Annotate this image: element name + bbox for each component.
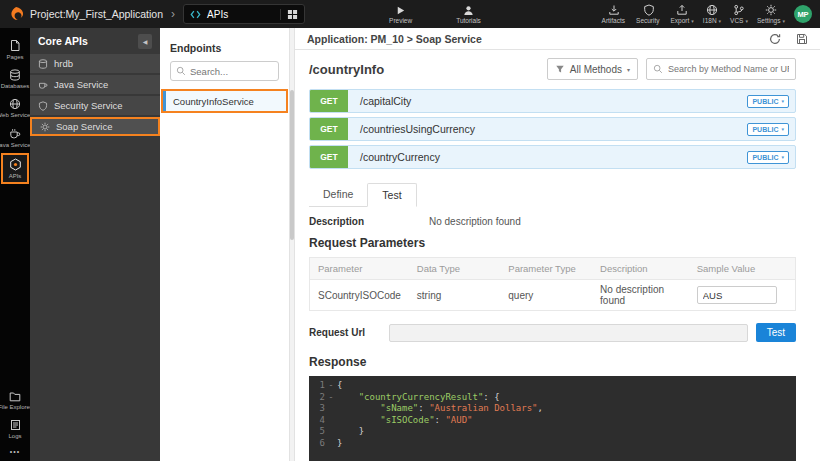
endpoints-search-input[interactable] [190, 66, 273, 77]
column-header: Parameter [310, 258, 409, 280]
endpoint-row[interactable]: GET /capitalCity PUBLIC▾ [309, 89, 796, 113]
line-number: 3 [309, 403, 325, 415]
tab-test[interactable]: Test [367, 183, 416, 207]
fold-marker[interactable] [325, 438, 337, 450]
caret-down-icon: ▾ [781, 98, 784, 104]
sidebar-item-databases[interactable]: Databases [0, 65, 30, 93]
collapse-panel-button[interactable]: ◀ [138, 34, 152, 49]
code-line: 2 - "countryCurrencyResult": { [309, 392, 796, 404]
line-number: 5 [309, 426, 325, 438]
artifacts-button[interactable]: Artifacts [602, 4, 627, 24]
panel-splitter[interactable] [289, 28, 295, 461]
endpoints-search [170, 61, 279, 81]
methods-filter-dropdown[interactable]: All Methods ▾ [547, 58, 638, 80]
method-search-input[interactable] [668, 64, 789, 74]
security-button[interactable]: Security [636, 4, 661, 24]
table-row: SCountryISOCode string query No descript… [310, 280, 796, 311]
fold-marker[interactable]: - [325, 392, 337, 404]
project-title: Project:My_First_Application [30, 8, 163, 20]
endpoints-title: Endpoints [160, 42, 289, 61]
person-icon [463, 5, 474, 16]
method-badge[interactable]: GET [310, 146, 348, 168]
access-badge[interactable]: PUBLIC▾ [747, 95, 789, 108]
cell-description: No description found [592, 280, 689, 311]
sample-value-input[interactable] [697, 286, 777, 304]
fold-marker[interactable] [325, 415, 337, 427]
sidebar-item-apis[interactable]: APIs [1, 153, 29, 184]
refresh-icon[interactable] [769, 33, 781, 45]
more-menu-icon[interactable]: ••• [10, 444, 20, 461]
wavemaker-studio: Project:My_First_Application › APIs Prev… [0, 0, 820, 461]
scrollbar-thumb[interactable] [290, 90, 294, 240]
core-api-item-label: hrdb [54, 58, 73, 69]
code-line: 3 "sName": "Australian Dollars", [309, 403, 796, 415]
caret-down-icon: ▾ [781, 126, 784, 132]
endpoint-row[interactable]: GET /countryCurrency PUBLIC▾ [309, 145, 796, 169]
access-label: PUBLIC [752, 126, 778, 133]
i18n-button[interactable]: I18N▾ [703, 4, 721, 24]
settings-button[interactable]: Settings▾ [757, 4, 785, 24]
response-title: Response [309, 355, 796, 369]
vcs-button[interactable]: VCS▾ [730, 4, 748, 24]
core-api-item-security-service[interactable]: Security Service [30, 96, 160, 115]
sidebar-item-file-explorer[interactable]: File Explorer [0, 387, 30, 414]
export-label: Export [671, 17, 690, 24]
test-button[interactable]: Test [756, 323, 796, 342]
methods-filter-value: All Methods [570, 64, 622, 75]
web-services-label: Web Services [0, 112, 33, 119]
save-icon[interactable] [796, 33, 808, 45]
caret-down-icon: ▾ [691, 18, 694, 24]
core-api-item-hrdb[interactable]: hrdb [30, 54, 160, 73]
description-label: Description [309, 216, 429, 227]
method-badge[interactable]: GET [310, 90, 348, 112]
export-button[interactable]: Export▾ [671, 4, 694, 24]
shield-icon [643, 4, 655, 16]
tab-define[interactable]: Define [309, 183, 367, 206]
cell-data-type: string [409, 280, 500, 311]
endpoint-service-label: CountryInfoService [173, 96, 254, 107]
endpoint-row[interactable]: GET /countriesUsingCurrency PUBLIC▾ [309, 117, 796, 141]
service-title: /countryInfo [309, 62, 384, 77]
column-header: Parameter Type [500, 258, 592, 280]
description-row: Description No description found [309, 216, 796, 227]
sidebar-item-web-services[interactable]: Web Services [0, 94, 30, 122]
fold-marker[interactable] [325, 403, 337, 415]
artifacts-label: Artifacts [602, 17, 625, 24]
tutorials-button[interactable]: Tutorials [456, 5, 481, 24]
core-api-item-java-service[interactable]: Java Service [30, 75, 160, 94]
sidebar-item-logs[interactable]: Logs [0, 415, 30, 443]
coffee-icon [38, 80, 48, 90]
web-services-icon [9, 98, 21, 110]
method-badge[interactable]: GET [310, 118, 348, 140]
request-parameters-table: Parameter Data Type Parameter Type Descr… [309, 257, 796, 311]
gear-icon [765, 4, 777, 16]
column-header: Data Type [409, 258, 500, 280]
topbar-right: Artifacts Security Export▾ I18N▾ [602, 4, 812, 24]
endpoint-service-item[interactable]: CountryInfoService [163, 91, 286, 111]
avatar[interactable]: MP [794, 5, 812, 23]
sidebar-item-java-services[interactable]: Java Services [0, 124, 30, 152]
access-badge[interactable]: PUBLIC▾ [747, 151, 789, 164]
endpoint-path: /countryCurrency [360, 151, 440, 163]
endpoint-path: /countriesUsingCurrency [360, 123, 475, 135]
preview-button[interactable]: Preview [389, 5, 412, 24]
request-url-input[interactable] [389, 324, 748, 342]
code-text: "sISOCode": "AUD" [337, 415, 472, 427]
apis-context-switcher[interactable]: APIs [183, 4, 305, 24]
caret-down-icon: ▾ [745, 18, 748, 24]
line-number: 1 [309, 380, 325, 392]
coffee-icon [9, 128, 21, 140]
fold-marker[interactable]: - [325, 380, 337, 392]
core-api-item-label: Java Service [54, 79, 108, 90]
fold-marker[interactable] [325, 426, 337, 438]
service-filters: All Methods ▾ [547, 58, 796, 80]
chevron-right-icon: › [171, 7, 175, 21]
code-line: 1 - { [309, 380, 796, 392]
code-text: } [337, 438, 342, 450]
sidebar-item-pages[interactable]: Pages [0, 35, 30, 64]
core-api-item-soap-service[interactable]: Soap Service [30, 117, 160, 136]
search-icon [176, 66, 186, 76]
access-badge[interactable]: PUBLIC▾ [747, 123, 789, 136]
security-label: Security [636, 17, 659, 24]
grid-icon[interactable] [280, 9, 298, 20]
